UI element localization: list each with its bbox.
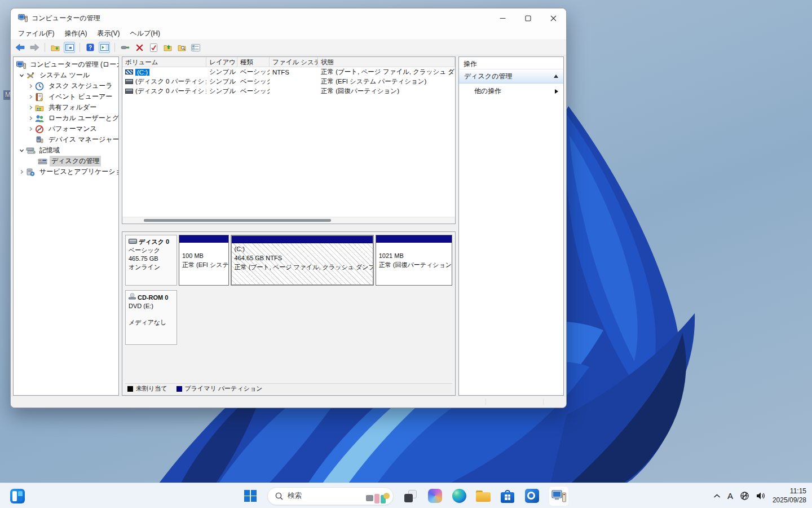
toolbar-separator [80, 43, 80, 52]
view-options-button[interactable] [190, 42, 201, 53]
event-viewer-icon [35, 93, 45, 102]
partition-c[interactable]: (C:) 464.65 GB NTFS 正常 (ブート, ページ ファイル, ク… [231, 235, 374, 286]
chevron-down-icon[interactable] [17, 73, 26, 78]
column-header-filesystem[interactable]: ファイル システム [270, 57, 318, 67]
volume-icon [125, 89, 133, 94]
tree-item-performance[interactable]: パフォーマンス [14, 124, 118, 134]
chevron-down-icon[interactable] [17, 148, 26, 153]
forward-button[interactable] [29, 42, 40, 53]
edge-button[interactable] [452, 489, 466, 503]
folder-up-button[interactable] [50, 42, 61, 53]
refresh-button[interactable] [162, 42, 173, 53]
menu-file[interactable]: ファイル(F) [13, 28, 59, 40]
tree-item-event-viewer[interactable]: イベント ビューアー [14, 91, 118, 102]
volume-row-partition4[interactable]: (ディスク 0 パーティション 4) シンプル ベーシック 正常 (回復パーティ… [122, 86, 455, 96]
chevron-right-icon[interactable] [27, 105, 35, 110]
network-globe-icon[interactable] [740, 491, 749, 501]
volume-icon[interactable] [756, 492, 766, 500]
search-highlight-image[interactable] [366, 489, 390, 503]
tree-item-services-and-applications[interactable]: サービスとアプリケーション [14, 167, 118, 177]
tree-item-device-manager[interactable]: デバイス マネージャー [14, 134, 118, 145]
actions-group-disk-management[interactable]: ディスクの管理 [459, 69, 563, 84]
close-button[interactable] [541, 8, 566, 28]
submenu-arrow-icon [555, 89, 558, 94]
toolbar-separator [45, 43, 45, 52]
windows-logo-icon [244, 490, 257, 502]
maximize-button[interactable] [515, 8, 541, 28]
actions-item-more-actions[interactable]: 他の操作 [459, 84, 563, 99]
store-icon [501, 489, 514, 503]
outlook-button[interactable] [524, 489, 539, 503]
computer-management-icon [551, 489, 566, 503]
menu-help[interactable]: ヘルプ(H) [125, 28, 165, 40]
graphical-view: ディスク 0 ベーシック 465.75 GB オンライン 100 MB 正常 (… [122, 231, 456, 396]
menu-action[interactable]: 操作(A) [59, 28, 92, 40]
delete-volume-button[interactable] [134, 42, 145, 53]
horizontal-scrollbar[interactable] [122, 217, 455, 224]
file-explorer-icon [476, 491, 491, 502]
cdrom-label[interactable]: CD-ROM 0 DVD (E:) メディアなし [125, 290, 177, 345]
edge-icon [452, 489, 466, 503]
tree-item-computer-management[interactable]: コンピューターの管理 (ローカル) [14, 59, 118, 70]
disk0-label[interactable]: ディスク 0 ベーシック 465.75 GB オンライン [125, 235, 177, 286]
volume-row-partition1[interactable]: (ディスク 0 パーティション 1) シンプル ベーシック 正常 (EFI シス… [122, 77, 455, 86]
start-button[interactable] [243, 489, 258, 503]
taskbar: 検索 [0, 483, 812, 508]
computer-management-taskbar-button[interactable] [549, 486, 569, 506]
local-users-icon [35, 114, 45, 123]
statusbar [11, 396, 566, 408]
back-button[interactable] [15, 42, 26, 53]
tree-item-local-users-and-groups[interactable]: ローカル ユーザーとグループ [14, 113, 118, 124]
chevron-right-icon[interactable] [27, 94, 35, 99]
context-help-button[interactable] [120, 42, 131, 53]
clock-date: 2025/09/28 [773, 496, 806, 505]
main-area: コンピューターの管理 (ローカル) システム ツール [13, 56, 564, 396]
column-header-status[interactable]: 状態 [318, 57, 455, 67]
chevron-right-icon[interactable] [27, 126, 35, 132]
volume-row-c[interactable]: (C:) シンプル ベーシック NTFS 正常 (ブート, ページ ファイル, … [122, 67, 455, 77]
storage-icon [26, 146, 36, 155]
console-tree-toggle-button[interactable] [64, 42, 75, 53]
copilot-button[interactable] [427, 489, 442, 503]
tree-item-storage[interactable]: 記憶域 [14, 145, 118, 156]
partition-recovery[interactable]: 1021 MB 正常 (回復パーティション) [376, 235, 452, 286]
taskbar-search[interactable]: 検索 [267, 487, 394, 505]
action-pane-toggle-button[interactable] [99, 42, 110, 53]
titlebar[interactable]: コンピューターの管理 [11, 8, 566, 28]
tree-item-shared-folders[interactable]: 共有フォルダー [14, 102, 118, 113]
column-header-layout[interactable]: レイアウト [206, 57, 237, 67]
chevron-right-icon[interactable] [27, 84, 35, 89]
chevron-right-icon[interactable] [17, 169, 26, 174]
menu-view[interactable]: 表示(V) [92, 28, 125, 40]
device-manager-icon [35, 135, 45, 144]
system-tools-icon [26, 71, 36, 80]
column-header-type[interactable]: 種類 [237, 57, 270, 67]
column-header-volume[interactable]: ボリューム [122, 57, 206, 67]
computer-management-app-icon [18, 14, 28, 23]
help-button[interactable]: ? [85, 42, 96, 53]
chevron-right-icon[interactable] [27, 116, 35, 121]
cd-icon [129, 293, 136, 302]
services-icon [26, 168, 36, 177]
computer-icon [16, 60, 26, 69]
microsoft-store-button[interactable] [500, 489, 515, 503]
toolbar: ? [11, 40, 566, 55]
taskbar-clock[interactable]: 11:15 2025/09/28 [773, 487, 806, 505]
tree-item-disk-management[interactable]: ディスクの管理 [14, 156, 118, 167]
collapse-arrow-icon[interactable] [554, 75, 558, 78]
toolbar-separator [114, 43, 115, 52]
minimize-button[interactable] [490, 8, 515, 28]
tree-item-task-scheduler[interactable]: タスク スケジューラ [14, 81, 118, 91]
partition-band [376, 235, 452, 243]
scrollbar-thumb[interactable] [144, 219, 331, 222]
explore-button[interactable] [176, 42, 187, 53]
task-view-button[interactable] [403, 489, 418, 503]
tree-item-system-tools[interactable]: システム ツール [14, 70, 118, 81]
partition-band [179, 235, 228, 243]
tray-chevron-up-icon[interactable] [713, 494, 721, 498]
properties-button[interactable] [148, 42, 159, 53]
file-explorer-button[interactable] [476, 489, 491, 503]
partition-efi[interactable]: 100 MB 正常 (EFI システム パーティション) [179, 235, 229, 286]
partition-band [232, 236, 373, 243]
ime-indicator[interactable]: A [727, 491, 733, 501]
